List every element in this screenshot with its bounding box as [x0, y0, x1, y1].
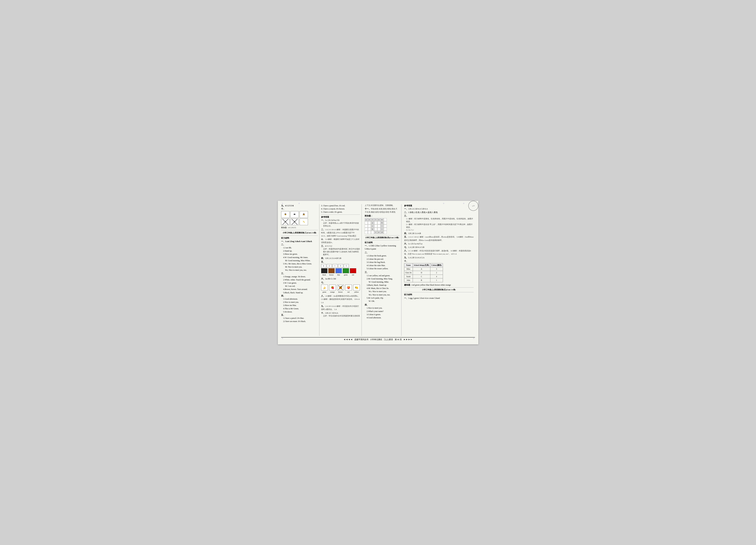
c2-san: 三、4 3 1 5 2 [321, 245, 360, 248]
er-items: 1.I see Bb. 2.Stand up. 3.Show me green.… [283, 246, 318, 272]
c2-wu: 五、 4 2 1 3 5 black bro [321, 261, 360, 277]
img-box-2: 🕶 [290, 211, 299, 218]
grid-r3c4 [374, 228, 377, 231]
c3-si-items: 1.Nice to meet you. 2.What's your name? … [367, 306, 400, 319]
swatch-black-label: black [322, 273, 326, 276]
table-header-things: School things(文具) [413, 263, 430, 267]
item-peach: 🍑 red [345, 284, 352, 293]
footer-page: 第 46 页 [395, 338, 402, 341]
grid-empty [384, 218, 387, 221]
fujia-label: 附加题：4 1 2 6 3 5 [281, 226, 318, 229]
c4-er: 二、1.绿色 2.红色 3.黑色 4.蓝色 5.黄色 [404, 211, 474, 214]
c4-liu: 六、1.c 2.b 3.a 4.d 5.a [404, 242, 474, 246]
item-orange: 🍊 brown [337, 284, 344, 293]
c4-jiu: 九、1.A 2.B 3.A 4.A 5.A [404, 256, 474, 259]
grid-r1c1 [365, 221, 368, 224]
c2-liu: 六、Aa Bb Cc Dd [321, 277, 360, 280]
swatch-green-label: green [344, 273, 348, 276]
data-table: Name School things(文具) Colour(颜色) MikeA3… [404, 263, 443, 282]
wu-items: 1.I have a pencil. It's blue. 2.I have a… [283, 317, 318, 323]
item-lemon: 🍋 yellow [353, 284, 360, 293]
c3-yi: 一、1.CBD 2.blue 3.yellow 4.morning 5.Miss… [365, 244, 400, 251]
c4-ba: 八、1.C 2.B 解析：作完介绍后应该是打招呼，故选B项。 3.E 解析：本题… [404, 249, 474, 256]
num-box-1: 2 [327, 264, 332, 268]
grid-r1c5 [377, 221, 380, 224]
footer-grade: 三(上)英语 [384, 338, 393, 341]
c3-shiyi: 十一、书包:绿色 铅笔:黄色 蜡笔:黑色 尺子:红色 橡皮:蓝色 铅笔盒:棕色 … [365, 207, 400, 214]
swatch-brown: brown [328, 268, 335, 276]
strawberry-icon: 🍓 [329, 284, 336, 290]
swatch-brown-label: brown [329, 273, 334, 276]
swatch-blue-box [335, 268, 342, 273]
grid-r2c4 [374, 225, 377, 228]
orange-icon: 🍊 [337, 284, 344, 290]
c2-shi-comment: 点评：学生在做补全对话类题型时要注意联系 [323, 315, 360, 317]
word-grid: y e l l o w a h c i [365, 218, 400, 234]
banana-label: green [322, 291, 326, 293]
c4-qi: 七、1.A 2.B 3.B 4.A 5.B [404, 246, 474, 249]
tingli-label: 听力材料 [281, 237, 318, 240]
grid-r-d: d [381, 231, 384, 234]
table-row: MikeA3 [404, 267, 443, 271]
page-footer: ◄◄◄◄ 孟建平系列丛书 小学单元测试 三(上)英语 第 46 页 ►►►► [281, 337, 475, 341]
swatch-blue: blue [335, 268, 342, 276]
grid-y: y [365, 218, 368, 221]
c3-shang: 上下文,对话要符合逻辑、完整通顺。 [365, 204, 400, 207]
c2-ba: 八、1.B 解析：this是单数指示代词,be动词用is。 2.A 解析：颜色是… [321, 294, 360, 304]
section-jiu-label: 九、4 1 2 5 3 6 [281, 204, 318, 207]
orange-label: brown [338, 291, 343, 293]
grid-t: t [381, 228, 384, 231]
c2-yi-comment: 点评：本题考查a,b,c,d四个字母在单词中的发音和认识。 [323, 222, 360, 228]
wu-section: 五、 1.I have a pencil. It's blue. 2.I hav… [281, 313, 318, 323]
c4-quwei: 趣味题：red green yellow blue black brown wh… [404, 283, 474, 286]
grid-h: h [381, 221, 384, 224]
grid-a: a [371, 221, 374, 224]
swatch-green: green [343, 268, 349, 276]
banana-icon: 🍌 [321, 284, 328, 290]
swatch-red-box [350, 268, 356, 273]
table-row: JohnB1 [404, 278, 443, 282]
san-section: 三、 1.Orange, orange. Sit down. 2.White, … [281, 272, 318, 294]
sep1 [281, 230, 318, 230]
grid-r-e: e [377, 231, 380, 234]
grid-l1: l [371, 218, 374, 221]
swatch-green-box [343, 268, 349, 273]
c4-san: 三、 1.× 解析：听力材料中是黄色、红色和绿色，而图片中是绿色、红色和蓝色，故… [404, 214, 474, 232]
img-box-6: 📏 [300, 219, 308, 225]
c2-si: 四、1.B 2.A 3.A 4.B 5.B [321, 257, 360, 260]
grid-r4c2 [368, 231, 371, 234]
page: ✦ ✦ ✦ ✦ ✦ ✦ 合格 九、4 1 2 5 3 6 十、 👦 🕶 👧 ✏ … [278, 201, 478, 344]
c4-san-items: 1.× 解析：听力材料中是黄色、红色和绿色，而图片中是绿色、红色和蓝色，故图片错… [406, 218, 474, 232]
fruit-row: 🍌 green 🍓 orange 🍊 brown 🍑 red [321, 284, 360, 293]
img-box-4: ✏ [281, 219, 290, 225]
column-4: 参考答案 一、1.B 2.A 3.B 4.A 5.B 6.A 二、1.绿色 2.… [403, 204, 475, 336]
c2-san-comment: 点评：本题所给的均是课本第二单元中出现的图片,要注意图中每个人的动作,与听力材料… [323, 248, 360, 256]
c4-yi: 一、1.B 2.A 3.B 4.A 5.B 6.A [404, 207, 474, 211]
peach-icon: 🍑 [345, 284, 352, 290]
c4-shi: 十、 Name School things(文具) Colour(颜色) Mik… [404, 260, 474, 283]
test5-title: 小学三年级(上)英语测试卷(五)(Unit 3 A卷) [404, 288, 474, 291]
grid-r-r: r [374, 231, 377, 234]
grid-e: e [368, 218, 371, 221]
c4-cankao: 参考答案 [404, 204, 474, 207]
si-items: 1.Good afternoon. 2.Nice to meet you. 3.… [283, 297, 318, 313]
c2-jiu: 九、1.A 2.B 3.A 4.A 解析：对话是在作介绍及打招呼,A图符合。 5… [321, 304, 360, 311]
column-1: 九、4 1 2 5 3 6 十、 👦 🕶 👧 ✏ 🖊 📏 附加题：4 1 2 6… [281, 204, 318, 336]
stamp-text: 合格 [472, 205, 475, 207]
img-box-1: 👦 [281, 211, 290, 218]
content-area: 九、4 1 2 5 3 6 十、 👦 🕶 👧 ✏ 🖊 📏 附加题：4 1 2 6… [281, 204, 475, 336]
grid-r2c2 [368, 225, 371, 228]
lemon-label: yellow [354, 291, 359, 293]
strawberry-label: orange [330, 291, 335, 293]
grid-r4c3 [371, 231, 374, 234]
c2-shi: 十、1.B 2.C 3.D 4.A [321, 311, 360, 315]
swatch-brown-box [328, 268, 335, 273]
peach-label: red [347, 291, 350, 293]
grid-i: i [381, 225, 384, 228]
grid-r4c7 [384, 231, 387, 234]
si-section: 四、 1.Good afternoon. 2.Nice to meet you.… [281, 294, 318, 313]
grid-r2c5 [377, 225, 380, 228]
num-boxes: 4 2 1 3 5 [321, 264, 360, 268]
grid-r4c1 [365, 231, 368, 234]
sep2 [281, 236, 318, 236]
